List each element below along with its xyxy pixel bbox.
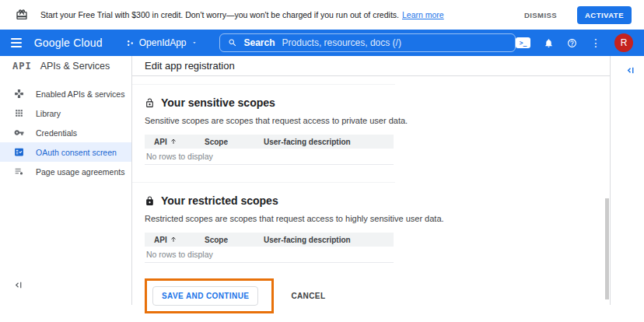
section-description: Sensitive scopes are scopes that request…	[145, 116, 610, 125]
learn-more-link[interactable]: Learn more	[402, 10, 444, 19]
chevron-down-icon	[191, 40, 198, 46]
table-header-row: API Scope User-facing description	[145, 233, 394, 247]
restricted-scopes-section: Your restricted scopes Restricted scopes…	[132, 194, 610, 263]
sidebar: API APIs & Services Enabled APIs & servi…	[0, 56, 132, 305]
google-cloud-logo[interactable]: Google Cloud	[34, 37, 103, 49]
column-header-description[interactable]: User-facing description	[264, 138, 394, 146]
column-header-api[interactable]: API	[145, 138, 205, 146]
help-icon[interactable]	[567, 38, 577, 48]
search-icon	[228, 38, 237, 47]
project-selector[interactable]: OpenIdApp	[126, 37, 198, 48]
list-settings-icon	[14, 166, 24, 177]
search-placeholder: Products, resources, docs (/)	[282, 37, 401, 48]
sidebar-item-library[interactable]: Library	[0, 103, 131, 123]
dismiss-button[interactable]: DISMISS	[524, 11, 557, 19]
hamburger-menu-icon[interactable]	[11, 38, 22, 47]
main-panel: Edit app registration Your sensitive sco…	[132, 56, 611, 305]
free-trial-banner: Start your Free Trial with $300 in credi…	[0, 0, 644, 30]
section-title: Your sensitive scopes	[161, 96, 275, 109]
search-label: Search	[244, 37, 275, 48]
form-actions: SAVE AND CONTINUE CANCEL	[145, 278, 610, 313]
activate-button[interactable]: ACTIVATE	[577, 6, 632, 24]
column-header-scope[interactable]: Scope	[205, 138, 264, 146]
section-title-row: Your sensitive scopes	[145, 96, 610, 109]
collapse-panel-icon[interactable]	[626, 64, 635, 78]
api-logo: API	[12, 61, 32, 72]
empty-table-row: No rows to display	[145, 149, 394, 165]
empty-table-row: No rows to display	[145, 247, 394, 263]
column-label: API	[154, 138, 167, 146]
collapse-sidebar-icon[interactable]	[14, 278, 23, 292]
column-header-description[interactable]: User-facing description	[264, 236, 394, 244]
sidebar-item-enabled-apis[interactable]: Enabled APIs & services	[0, 84, 131, 103]
right-panel-strip	[611, 56, 644, 305]
sensitive-scopes-section: Your sensitive scopes Sensitive scopes a…	[132, 96, 610, 165]
project-icon	[126, 39, 135, 47]
column-header-api[interactable]: API	[145, 236, 205, 244]
google-cloud-console: Start your Free Trial with $300 in credi…	[0, 0, 644, 322]
page-header: Edit app registration	[132, 56, 610, 76]
banner-message: Start your Free Trial with $300 in credi…	[40, 10, 399, 19]
section-description: Restricted scopes are scopes that reques…	[145, 214, 610, 223]
notifications-icon[interactable]	[544, 38, 554, 48]
sidebar-item-label: Enabled APIs & services	[36, 89, 124, 99]
lock-icon	[145, 196, 155, 206]
save-and-continue-button[interactable]: SAVE AND CONTINUE	[152, 286, 258, 306]
scopes-table: API Scope User-facing description No row…	[145, 135, 394, 165]
workspace: API APIs & Services Enabled APIs & servi…	[0, 56, 644, 305]
page-title: Edit app registration	[145, 60, 235, 72]
gamepad-icon	[14, 89, 24, 99]
project-name: OpenIdApp	[139, 37, 187, 48]
sidebar-nav: Enabled APIs & services Library Credenti…	[0, 84, 131, 181]
table-header-row: API Scope User-facing description	[145, 135, 394, 149]
more-vert-icon[interactable]: ⋮	[590, 37, 601, 48]
section-title: Your restricted scopes	[161, 194, 278, 207]
section-title-row: Your restricted scopes	[145, 194, 610, 207]
sidebar-item-label: Library	[36, 109, 61, 118]
cancel-button[interactable]: CANCEL	[291, 292, 325, 300]
vertical-scrollbar[interactable]	[605, 198, 609, 299]
sort-ascending-icon	[170, 138, 177, 145]
highlight-annotation-box: SAVE AND CONTINUE	[145, 278, 274, 313]
sidebar-item-oauth-consent-screen[interactable]: OAuth consent screen	[0, 142, 131, 162]
app-bar: Google Cloud OpenIdApp Search Products, …	[0, 30, 644, 56]
sidebar-item-page-usage-agreements[interactable]: Page usage agreements	[0, 162, 131, 181]
section-divider	[132, 84, 395, 85]
apps-grid-icon	[14, 108, 24, 118]
gift-icon	[16, 9, 28, 21]
search-input[interactable]: Search Products, resources, docs (/)	[219, 33, 516, 52]
scopes-table: API Scope User-facing description No row…	[145, 233, 394, 263]
sort-ascending-icon	[170, 236, 177, 243]
key-icon	[14, 128, 24, 138]
sidebar-item-label: Credentials	[36, 128, 77, 138]
avatar[interactable]: R	[614, 33, 633, 52]
sidebar-item-label: OAuth consent screen	[36, 148, 117, 157]
cloud-shell-icon[interactable]: >_	[516, 37, 530, 48]
column-label: API	[154, 236, 167, 244]
fact-check-icon	[14, 147, 24, 157]
sidebar-item-label: Page usage agreements	[36, 167, 124, 177]
section-divider	[132, 182, 395, 183]
lock-open-icon	[145, 98, 155, 108]
sidebar-header: API APIs & Services	[0, 56, 131, 76]
sidebar-title: APIs & Services	[40, 61, 110, 72]
sidebar-item-credentials[interactable]: Credentials	[0, 123, 131, 142]
appbar-actions: >_ ⋮ R	[516, 33, 633, 52]
column-header-scope[interactable]: Scope	[205, 236, 264, 244]
